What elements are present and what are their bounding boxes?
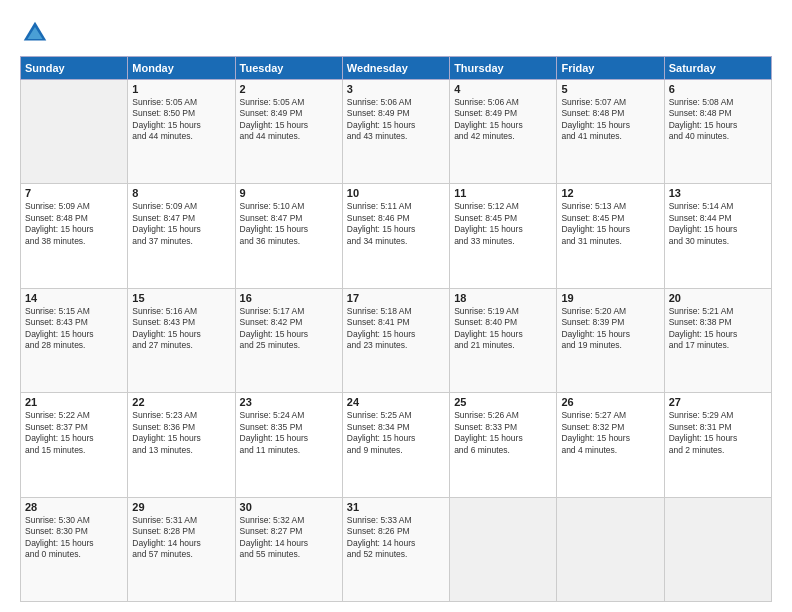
day-number: 18 [454, 292, 552, 304]
header-cell-thursday: Thursday [450, 57, 557, 80]
calendar-table: SundayMondayTuesdayWednesdayThursdayFrid… [20, 56, 772, 602]
day-cell: 1Sunrise: 5:05 AM Sunset: 8:50 PM Daylig… [128, 80, 235, 184]
day-cell: 11Sunrise: 5:12 AM Sunset: 8:45 PM Dayli… [450, 184, 557, 288]
day-number: 3 [347, 83, 445, 95]
day-cell: 27Sunrise: 5:29 AM Sunset: 8:31 PM Dayli… [664, 393, 771, 497]
header-cell-monday: Monday [128, 57, 235, 80]
day-cell: 17Sunrise: 5:18 AM Sunset: 8:41 PM Dayli… [342, 288, 449, 392]
day-cell: 10Sunrise: 5:11 AM Sunset: 8:46 PM Dayli… [342, 184, 449, 288]
day-info: Sunrise: 5:06 AM Sunset: 8:49 PM Dayligh… [347, 97, 445, 143]
week-row-3: 14Sunrise: 5:15 AM Sunset: 8:43 PM Dayli… [21, 288, 772, 392]
header-cell-tuesday: Tuesday [235, 57, 342, 80]
day-cell: 4Sunrise: 5:06 AM Sunset: 8:49 PM Daylig… [450, 80, 557, 184]
day-cell: 20Sunrise: 5:21 AM Sunset: 8:38 PM Dayli… [664, 288, 771, 392]
day-cell: 22Sunrise: 5:23 AM Sunset: 8:36 PM Dayli… [128, 393, 235, 497]
day-info: Sunrise: 5:23 AM Sunset: 8:36 PM Dayligh… [132, 410, 230, 456]
day-number: 9 [240, 187, 338, 199]
day-number: 29 [132, 501, 230, 513]
day-number: 13 [669, 187, 767, 199]
day-cell: 3Sunrise: 5:06 AM Sunset: 8:49 PM Daylig… [342, 80, 449, 184]
day-info: Sunrise: 5:22 AM Sunset: 8:37 PM Dayligh… [25, 410, 123, 456]
day-cell: 9Sunrise: 5:10 AM Sunset: 8:47 PM Daylig… [235, 184, 342, 288]
day-cell: 24Sunrise: 5:25 AM Sunset: 8:34 PM Dayli… [342, 393, 449, 497]
day-info: Sunrise: 5:10 AM Sunset: 8:47 PM Dayligh… [240, 201, 338, 247]
day-cell: 15Sunrise: 5:16 AM Sunset: 8:43 PM Dayli… [128, 288, 235, 392]
day-number: 28 [25, 501, 123, 513]
day-info: Sunrise: 5:16 AM Sunset: 8:43 PM Dayligh… [132, 306, 230, 352]
day-info: Sunrise: 5:33 AM Sunset: 8:26 PM Dayligh… [347, 515, 445, 561]
header-row: SundayMondayTuesdayWednesdayThursdayFrid… [21, 57, 772, 80]
day-info: Sunrise: 5:26 AM Sunset: 8:33 PM Dayligh… [454, 410, 552, 456]
day-cell: 21Sunrise: 5:22 AM Sunset: 8:37 PM Dayli… [21, 393, 128, 497]
day-cell: 7Sunrise: 5:09 AM Sunset: 8:48 PM Daylig… [21, 184, 128, 288]
day-info: Sunrise: 5:15 AM Sunset: 8:43 PM Dayligh… [25, 306, 123, 352]
day-info: Sunrise: 5:05 AM Sunset: 8:50 PM Dayligh… [132, 97, 230, 143]
day-info: Sunrise: 5:08 AM Sunset: 8:48 PM Dayligh… [669, 97, 767, 143]
day-cell: 16Sunrise: 5:17 AM Sunset: 8:42 PM Dayli… [235, 288, 342, 392]
day-info: Sunrise: 5:30 AM Sunset: 8:30 PM Dayligh… [25, 515, 123, 561]
header-cell-friday: Friday [557, 57, 664, 80]
day-info: Sunrise: 5:14 AM Sunset: 8:44 PM Dayligh… [669, 201, 767, 247]
day-number: 7 [25, 187, 123, 199]
day-number: 22 [132, 396, 230, 408]
week-row-2: 7Sunrise: 5:09 AM Sunset: 8:48 PM Daylig… [21, 184, 772, 288]
day-cell [21, 80, 128, 184]
day-info: Sunrise: 5:25 AM Sunset: 8:34 PM Dayligh… [347, 410, 445, 456]
day-number: 1 [132, 83, 230, 95]
day-cell: 23Sunrise: 5:24 AM Sunset: 8:35 PM Dayli… [235, 393, 342, 497]
day-cell [450, 497, 557, 601]
day-cell: 8Sunrise: 5:09 AM Sunset: 8:47 PM Daylig… [128, 184, 235, 288]
day-info: Sunrise: 5:18 AM Sunset: 8:41 PM Dayligh… [347, 306, 445, 352]
calendar-header: SundayMondayTuesdayWednesdayThursdayFrid… [21, 57, 772, 80]
day-number: 15 [132, 292, 230, 304]
day-number: 19 [561, 292, 659, 304]
day-cell: 29Sunrise: 5:31 AM Sunset: 8:28 PM Dayli… [128, 497, 235, 601]
day-cell: 25Sunrise: 5:26 AM Sunset: 8:33 PM Dayli… [450, 393, 557, 497]
day-info: Sunrise: 5:32 AM Sunset: 8:27 PM Dayligh… [240, 515, 338, 561]
day-cell: 30Sunrise: 5:32 AM Sunset: 8:27 PM Dayli… [235, 497, 342, 601]
day-number: 12 [561, 187, 659, 199]
day-number: 11 [454, 187, 552, 199]
day-cell: 2Sunrise: 5:05 AM Sunset: 8:49 PM Daylig… [235, 80, 342, 184]
day-cell [664, 497, 771, 601]
day-cell: 19Sunrise: 5:20 AM Sunset: 8:39 PM Dayli… [557, 288, 664, 392]
day-info: Sunrise: 5:21 AM Sunset: 8:38 PM Dayligh… [669, 306, 767, 352]
header-cell-wednesday: Wednesday [342, 57, 449, 80]
day-number: 20 [669, 292, 767, 304]
day-number: 5 [561, 83, 659, 95]
logo [20, 18, 54, 48]
week-row-5: 28Sunrise: 5:30 AM Sunset: 8:30 PM Dayli… [21, 497, 772, 601]
day-cell: 26Sunrise: 5:27 AM Sunset: 8:32 PM Dayli… [557, 393, 664, 497]
day-cell: 18Sunrise: 5:19 AM Sunset: 8:40 PM Dayli… [450, 288, 557, 392]
page: SundayMondayTuesdayWednesdayThursdayFrid… [0, 0, 792, 612]
day-number: 8 [132, 187, 230, 199]
week-row-4: 21Sunrise: 5:22 AM Sunset: 8:37 PM Dayli… [21, 393, 772, 497]
day-cell: 12Sunrise: 5:13 AM Sunset: 8:45 PM Dayli… [557, 184, 664, 288]
day-number: 23 [240, 396, 338, 408]
day-number: 16 [240, 292, 338, 304]
day-number: 10 [347, 187, 445, 199]
day-number: 21 [25, 396, 123, 408]
day-info: Sunrise: 5:20 AM Sunset: 8:39 PM Dayligh… [561, 306, 659, 352]
day-info: Sunrise: 5:12 AM Sunset: 8:45 PM Dayligh… [454, 201, 552, 247]
day-info: Sunrise: 5:31 AM Sunset: 8:28 PM Dayligh… [132, 515, 230, 561]
day-number: 27 [669, 396, 767, 408]
day-number: 26 [561, 396, 659, 408]
day-number: 24 [347, 396, 445, 408]
day-cell: 28Sunrise: 5:30 AM Sunset: 8:30 PM Dayli… [21, 497, 128, 601]
calendar-body: 1Sunrise: 5:05 AM Sunset: 8:50 PM Daylig… [21, 80, 772, 602]
day-number: 14 [25, 292, 123, 304]
day-number: 2 [240, 83, 338, 95]
day-cell: 13Sunrise: 5:14 AM Sunset: 8:44 PM Dayli… [664, 184, 771, 288]
day-info: Sunrise: 5:09 AM Sunset: 8:47 PM Dayligh… [132, 201, 230, 247]
day-number: 31 [347, 501, 445, 513]
day-cell: 5Sunrise: 5:07 AM Sunset: 8:48 PM Daylig… [557, 80, 664, 184]
day-number: 6 [669, 83, 767, 95]
day-info: Sunrise: 5:27 AM Sunset: 8:32 PM Dayligh… [561, 410, 659, 456]
day-number: 25 [454, 396, 552, 408]
day-info: Sunrise: 5:24 AM Sunset: 8:35 PM Dayligh… [240, 410, 338, 456]
day-cell [557, 497, 664, 601]
header-cell-saturday: Saturday [664, 57, 771, 80]
day-cell: 31Sunrise: 5:33 AM Sunset: 8:26 PM Dayli… [342, 497, 449, 601]
day-info: Sunrise: 5:06 AM Sunset: 8:49 PM Dayligh… [454, 97, 552, 143]
